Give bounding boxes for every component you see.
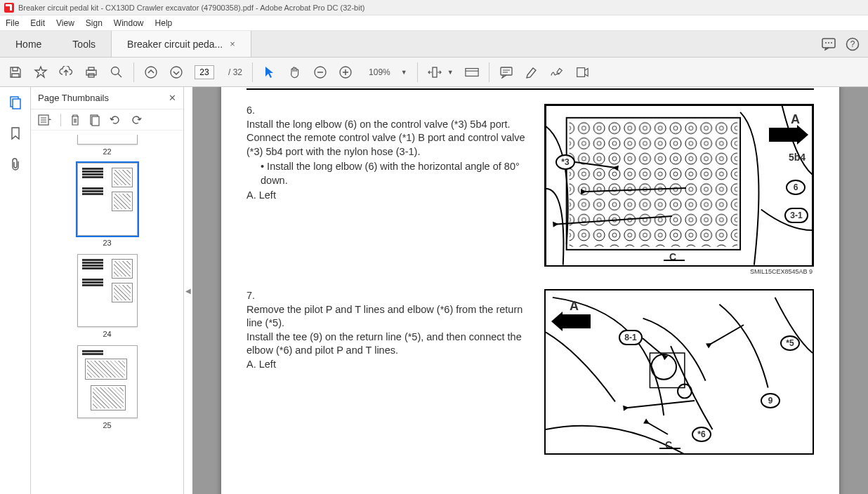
fit-width-icon[interactable] [428,65,442,79]
step-7: 7. Remove the pilot P and T lines and el… [246,289,814,455]
svg-rect-32 [92,116,99,126]
close-tab-icon[interactable]: × [230,39,235,49]
svg-rect-26 [13,99,20,109]
callout-8-1: 8-1 [619,330,643,345]
zoom-dropdown-icon[interactable]: ▼ [401,69,407,76]
arrow-right-icon [769,128,798,142]
window-titlebar: Breaker circuit pedal kit - CX130D Crawl… [0,0,868,15]
sign-icon[interactable] [550,65,564,79]
main-toolbar: / 32 109% ▼ ▼ [0,58,868,87]
svg-rect-24 [577,67,584,76]
thumbnail-23[interactable]: 23 [77,163,138,247]
svg-rect-6 [86,70,96,75]
step-6: 6. Install the long elbow (6) on the con… [246,104,814,275]
svg-point-9 [112,67,119,74]
tab-document[interactable]: Breaker circuit peda... × [111,31,251,57]
tab-bar: Home Tools Breaker circuit peda... × ? [0,31,868,58]
fit-dropdown-icon[interactable]: ▼ [447,69,454,76]
document-tab-label: Breaker circuit peda... [127,39,223,50]
rotate-ccw-icon[interactable] [109,114,121,126]
attachment-tab-icon[interactable] [9,157,22,171]
page-number-input[interactable] [195,65,214,79]
callout-3-1: 3-1 [784,208,808,223]
svg-point-11 [145,67,157,78]
cloud-share-icon[interactable] [59,65,73,79]
highlight-icon[interactable] [525,65,539,79]
svg-rect-7 [88,67,94,70]
stamp-icon[interactable] [575,65,589,79]
tab-tools[interactable]: Tools [57,31,111,57]
menu-sign[interactable]: Sign [86,18,103,28]
thumbnail-24[interactable]: 24 [77,254,138,338]
menu-view[interactable]: View [56,18,74,28]
svg-point-12 [171,67,182,78]
bookmark-tab-icon[interactable] [10,126,21,140]
document-viewport[interactable]: 6. Install the long elbow (6) on the con… [192,87,868,494]
page-down-icon[interactable] [169,65,183,79]
close-panel-icon[interactable]: ✕ [169,93,176,103]
step-7-text: 7. Remove the pilot P and T lines and el… [246,289,533,455]
zoom-select[interactable]: 109% [364,65,395,79]
star-icon[interactable] [34,65,48,79]
read-mode-icon[interactable] [465,65,479,79]
print-icon[interactable] [84,65,98,79]
thumbnails-tab-icon[interactable] [8,95,22,109]
svg-text:?: ? [850,39,855,49]
tab-home[interactable]: Home [0,31,57,57]
svg-rect-21 [501,67,512,75]
step-6-text: 6. Install the long elbow (6) on the con… [246,104,533,275]
delete-page-icon[interactable] [70,114,81,126]
notification-icon[interactable] [822,38,836,51]
rotate-cw-icon[interactable] [130,114,143,126]
thumbnails-header: Page Thumbnails ✕ [31,87,183,109]
save-icon[interactable] [8,65,22,79]
zoom-out-icon[interactable] [313,65,327,79]
thumbnails-list[interactable]: 22 23 24 25 [31,131,183,494]
svg-rect-37 [570,121,737,247]
window-title: Breaker circuit pedal kit - CX130D Crawl… [18,4,364,12]
svg-point-2 [828,42,829,44]
zoom-in-icon[interactable] [338,65,353,79]
figure-6-caption: SMIL15CEX8545AB 9 [544,268,814,275]
callout-9: 9 [761,393,780,408]
pdf-page: 6. Install the long elbow (6) on the con… [221,87,839,494]
separator [60,114,61,126]
thumbnails-panel: Page Thumbnails ✕ 22 23 24 [31,87,184,494]
svg-rect-19 [466,68,478,76]
new-page-icon[interactable] [89,114,100,126]
thumbnail-22[interactable]: 22 [77,135,138,156]
nav-rail [0,87,31,494]
arrow-left-icon [561,314,591,328]
thumbnails-toolbar [31,109,183,131]
thumb-options-icon[interactable] [38,114,52,126]
menu-edit[interactable]: Edit [30,18,45,28]
svg-line-10 [118,74,121,77]
menu-window[interactable]: Window [114,18,144,28]
callout-6: 6 [786,180,805,195]
figure-6: A 5b4 *3 6 3-1 C SMIL15CEX8545 [544,104,814,275]
callout-star3: *3 [555,154,575,170]
hand-tool-icon[interactable] [288,65,302,79]
acrobat-icon [4,3,14,13]
comment-icon[interactable] [499,65,513,79]
page-up-icon[interactable] [144,65,158,79]
svg-rect-18 [433,67,437,77]
collapse-panel-handle[interactable]: ◀ [184,87,192,494]
svg-point-3 [831,42,832,44]
thumbnails-title: Page Thumbnails [38,93,109,103]
callout-star5: *5 [780,335,800,351]
search-icon[interactable] [110,65,124,79]
help-icon[interactable]: ? [846,37,860,51]
figure-7: A 8-1 *5 9 *6 C [544,289,814,455]
menu-help[interactable]: Help [155,18,173,28]
selection-tool-icon[interactable] [263,65,277,79]
callout-star6: *6 [692,427,711,442]
main-area: Page Thumbnails ✕ 22 23 24 [0,87,868,494]
thumbnail-25[interactable]: 25 [77,345,138,429]
page-total-label: / 32 [228,67,242,77]
menu-bar: File Edit View Sign Window Help [0,15,868,31]
chevron-left-icon: ◀ [185,287,191,295]
svg-point-1 [825,42,827,44]
page-rule [246,88,814,90]
menu-file[interactable]: File [6,18,19,28]
